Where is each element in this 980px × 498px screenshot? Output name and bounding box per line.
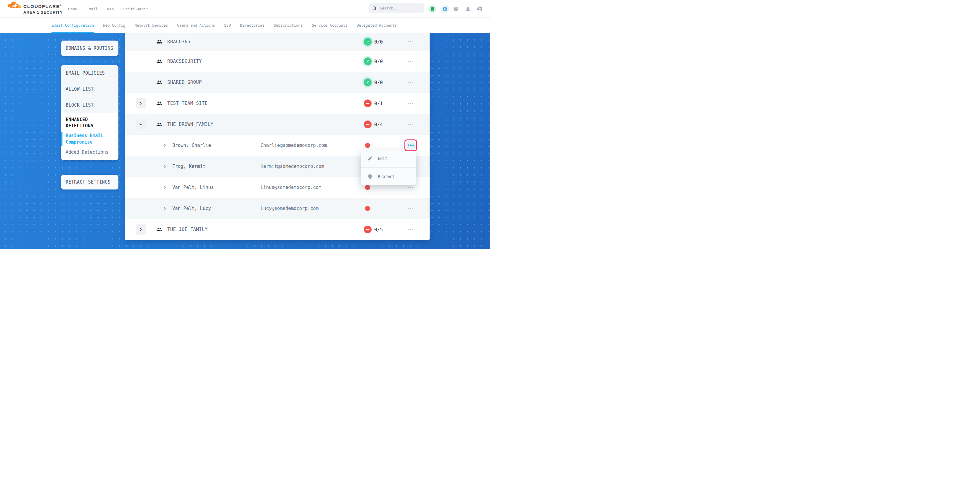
expand-button[interactable] [135,224,146,234]
tab-directories[interactable]: Directories [240,18,265,33]
more-button-highlighted[interactable] [404,140,417,151]
protected-count: 0/5 [374,226,383,232]
member-chevron-icon [164,186,166,189]
member-email: Linus@somedemocorp.com [261,185,321,190]
avatar-icon [477,6,483,12]
group-name: SHARED_GROUP [167,80,202,85]
menu-item-edit[interactable]: Edit [361,150,416,167]
search-box[interactable] [369,3,424,13]
status-fail-badge [364,99,372,107]
sidebar-item-domains-routing[interactable]: DOMAINS & ROUTING [61,41,118,56]
sidebar-label: EMAIL POLICIES [66,70,105,76]
protected-count: 0/1 [374,100,383,106]
nav-home[interactable]: Home [68,7,77,11]
menu-item-label: Protect [378,174,395,179]
search-icon [372,6,377,11]
nav-email[interactable]: Email [86,7,98,11]
member-chevron-icon [164,165,166,168]
group-name: THE JOE FAMILY [167,227,208,232]
group-name: RBACO365 [167,39,190,45]
collapse-button[interactable] [135,119,146,129]
help-icon: ? [453,6,459,11]
table-row: THE JOE FAMILY 0/5 [125,219,430,240]
gear-icon [441,5,449,13]
sidebar-item-block-list[interactable]: BLOCK LIST [61,97,118,113]
tab-delegated-accounts[interactable]: Delegated Accounts [357,18,397,33]
status-dot [365,206,370,211]
app-window: CLOUDFLARE® AREA 1 SECURITY Home Email W… [0,0,490,249]
group-icon [156,226,162,232]
sidebar-item-business-email-compromise[interactable]: Business Email Compromise [66,133,114,145]
more-button[interactable] [405,224,416,235]
tab-email-configuration[interactable]: Email Configuration [51,18,94,33]
tab-users-and-actions[interactable]: Users and Actions [177,18,215,33]
protected-count: 0/4 [374,121,383,127]
search-input[interactable] [380,6,418,10]
sidebar-item-retract-settings[interactable]: RETRACT SETTINGS [61,175,118,189]
more-button[interactable] [405,77,416,88]
ellipsis-icon [408,208,413,209]
sidebar-item-added-detections[interactable]: Added Detections [66,149,114,156]
ellipsis-icon [408,124,413,125]
row-context-menu: Edit Protect [361,150,416,185]
table-row: SHARED_GROUP 0/0 [125,72,430,93]
protected-count: 0/0 [374,39,383,45]
help-button[interactable]: ? [453,0,459,18]
notifications-button[interactable] [465,0,471,18]
protection-status-button[interactable] [428,0,436,18]
more-button[interactable] [405,98,416,109]
app-header: CLOUDFLARE® AREA 1 SECURITY Home Email W… [0,0,490,18]
content-panel: DOMAINS & ROUTING EMAIL POLICIES ALLOW L… [0,33,490,249]
status-dot [365,185,370,190]
group-icon [156,58,162,64]
ellipsis-icon [408,41,413,42]
protected-count: 0/0 [374,58,383,64]
member-name: Brown, Charlie [172,143,211,148]
settings-button[interactable] [441,0,449,18]
sidebar-item-allow-list[interactable]: ALLOW LIST [61,81,118,97]
tab-network-devices[interactable]: Network Devices [134,18,168,33]
member-name: Van Pelt, Lucy [172,206,211,211]
chevron-right-icon [139,228,142,231]
ellipsis-icon [408,187,413,188]
menu-item-label: Edit [378,156,388,161]
groups-table: RBACO365 0/0 RBACSECURITY 0/0 SHARED_GRO… [125,33,430,240]
status-pass-badge [364,57,372,65]
member-email: Lucy@somedemocorp.com [261,206,318,211]
more-button[interactable] [405,56,416,67]
expand-button[interactable] [135,98,146,108]
sidebar-label: ALLOW LIST [66,86,94,92]
tab-web-config[interactable]: Web Config [103,18,125,33]
table-row: Van Pelt, Lucy Lucy@somedemocorp.com [125,198,430,219]
status-pass-badge [364,38,372,46]
more-button[interactable] [405,37,416,47]
sidebar-item-email-policies[interactable]: EMAIL POLICIES [61,65,118,81]
group-name: RBACSECURITY [167,59,202,64]
member-email: Charlie@somedemocorp.com [261,143,327,148]
ellipsis-icon [408,229,413,230]
chevron-down-icon [139,123,142,126]
cloudflare-cloud-logo [6,1,22,10]
chevron-right-icon [139,102,142,105]
svg-text:?: ? [455,7,457,10]
sidebar-label: RETRACT SETTINGS [66,180,110,185]
menu-item-protect[interactable]: Protect [361,167,416,185]
logo-text: CLOUDFLARE® AREA 1 SECURITY [23,4,63,14]
account-button[interactable] [477,0,483,18]
more-button[interactable] [405,119,416,130]
group-icon [156,80,162,85]
tab-service-accounts[interactable]: Service Accounts [312,18,347,33]
more-button[interactable] [405,203,416,214]
nav-phishguard[interactable]: PhishGuard™ [123,7,148,11]
nav-web[interactable]: Web [107,7,114,11]
tab-sso[interactable]: SSO [224,18,231,33]
sidebar-enhanced-detections-section: ENHANCED DETECTIONS Business Email Compr… [61,113,118,160]
tab-subscriptions[interactable]: Subscriptions [274,18,302,33]
shield-icon [368,174,373,179]
group-name: THE BROWN FAMILY [167,122,213,127]
registered-mark: ® [60,5,62,6]
group-icon [156,39,162,45]
enhanced-detections-heading: ENHANCED DETECTIONS [66,117,114,129]
ellipsis-icon [408,103,413,104]
table-row: TEST TEAM SITE 0/1 [125,93,430,114]
